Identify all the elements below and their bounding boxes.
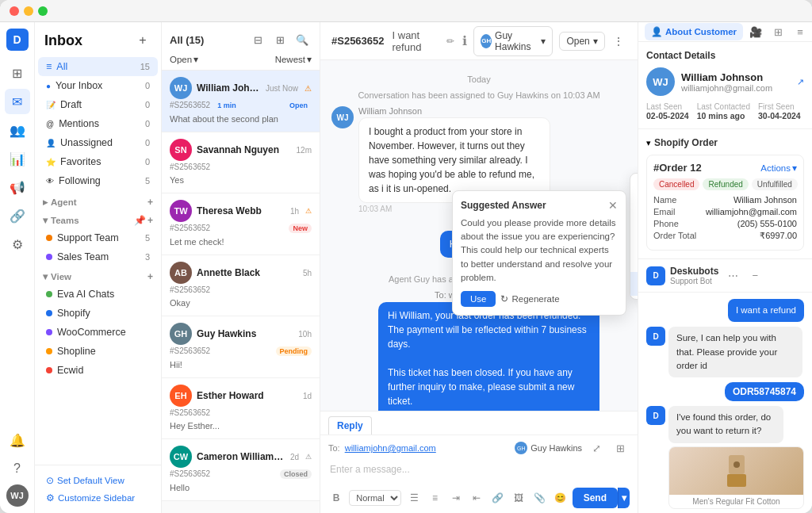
sidebar-item-your-inbox[interactable]: ● Your Inbox 0 [38,76,158,95]
info-icon[interactable]: ℹ [462,33,467,48]
reply-tab[interactable]: Reply [328,416,372,435]
maximize-dot[interactable] [38,6,48,16]
context-fix-grammar[interactable]: ⊙ Fix Grammar [630,224,638,248]
conv-list-header: All (15) ⊟ ⊞ 🔍 Open ▾ Newest ▾ [162,22,320,71]
list-ul-icon[interactable]: ☰ [406,489,422,507]
sidebar-item-all[interactable]: ≡ All 15 [38,57,158,76]
conv-list-view-btn[interactable]: ⊟ [248,30,267,49]
sidebar-item-following[interactable]: 👁 Following 5 [38,171,158,190]
tab-about-customer[interactable]: 👤 About Customer [645,23,743,40]
close-icon[interactable]: ✕ [608,199,618,212]
conv-item[interactable]: WJ William Johnson Just Now ⚠ #S2563652 … [162,71,320,132]
sidebar-item-eva-ai[interactable]: Eva AI Chats [38,285,158,304]
refresh-icon: ↻ [500,293,508,304]
nav-integrations-btn[interactable]: 🔗 [5,203,30,228]
teams-pin-icon[interactable]: 📌 [134,215,146,226]
context-make-longer[interactable]: ≡ Make Longer [630,201,638,224]
contact-external-link[interactable]: ↗ [797,77,804,87]
user-avatar[interactable]: WJ [6,484,29,507]
minimize-dot[interactable] [24,6,33,16]
teams-add-icon[interactable]: + [147,215,153,226]
sidebar-title: Inbox [44,33,82,49]
following-icon: 👁 [46,177,54,186]
conv-preview: Hello [170,483,190,492]
set-default-link[interactable]: ⊙ Set Default View [41,472,155,489]
nav-reports-btn[interactable]: 📊 [5,146,30,171]
nav-help-btn[interactable]: ? [5,456,30,481]
indent-icon[interactable]: ⇥ [448,489,464,507]
sidebar-item-favorites[interactable]: ⭐ Favorites 0 [38,152,158,171]
conv-name: Savannah Nguyen [197,144,292,155]
conv-list-search-btn[interactable]: 🔍 [293,30,312,49]
sidebar-item-count: 5 [145,176,150,186]
sidebar-item-woocommerce[interactable]: WooCommerce [38,323,158,342]
reply-to-email[interactable]: williamjohn@gmail.com [345,443,436,453]
conv-item[interactable]: CW Cameron Williamson 2d ⚠ #S2563652 Clo… [162,439,320,501]
assigned-agent-btn[interactable]: GH Guy Hawkins ▾ [473,26,553,56]
chevron-down-icon: ▾ [792,163,797,174]
sidebar-item-shopline[interactable]: Shopline [38,342,158,361]
conv-item[interactable]: TW Theresa Webb 1h ⚠ #S2563652 New Let m… [162,193,320,255]
conv-item[interactable]: SN Savannah Nguyen 12m #S2563652 Yes [162,132,320,193]
edit-icon[interactable]: ⊞ [611,438,630,457]
customize-sidebar-link[interactable]: ⚙ Customize Sidebar [41,489,155,507]
more-options-icon[interactable]: ⋮ [611,32,626,51]
context-formal-text[interactable]: T Formal Text [630,272,638,296]
bot-minimize-icon[interactable]: − [745,266,764,285]
reply-input[interactable]: Enter a message... [320,461,638,484]
emoji-icon[interactable]: 😊 [552,489,569,507]
product-label: Men's Regular Fit Cotton [669,495,803,508]
sidebar-add-btn[interactable]: + [134,32,151,49]
bold-btn[interactable]: B [328,489,344,507]
sidebar-item-label: Ecwid [57,365,150,376]
regenerate-btn[interactable]: ↻ Regenerate [500,293,559,304]
view-add-icon[interactable]: + [147,271,153,282]
conv-list-grid-btn[interactable]: ⊞ [270,30,289,49]
image-icon[interactable]: 🖼 [510,489,526,507]
conv-item[interactable]: AB Annette Black 5h #S2563652 Okay [162,255,320,316]
app-window: D ⊞ ✉ 👥 📊 📢 🔗 ⚙ 🔔 ? WJ Inbox + ≡ [0,0,812,513]
nav-inbox-btn[interactable]: ✉ [5,89,30,114]
outdent-icon[interactable]: ⇤ [469,489,485,507]
first-seen-meta: First Seen 30-04-2024 [758,102,801,121]
nav-home-btn[interactable]: ⊞ [5,60,30,86]
video-icon-btn[interactable]: 🎥 [746,22,765,41]
sidebar-item-mentions[interactable]: @ Mentions 0 [38,114,158,133]
actions-btn[interactable]: Actions ▾ [760,163,797,174]
status-btn[interactable]: Open ▾ [559,32,604,51]
conversation-items: WJ William Johnson Just Now ⚠ #S2563652 … [162,71,320,513]
list-icon-btn[interactable]: ≡ [791,22,810,41]
grid-icon-btn[interactable]: ⊞ [768,22,787,41]
expand-icon[interactable]: ⤢ [587,438,606,457]
context-friendly-text[interactable]: T Friendly Text [630,248,638,272]
link-icon[interactable]: 🔗 [489,489,505,507]
sidebar-item-draft[interactable]: 📝 Draft 0 [38,95,158,114]
nav-settings-btn[interactable]: ⚙ [5,232,30,257]
list-ol-icon[interactable]: ≡ [427,489,442,507]
sidebar-item-ecwid[interactable]: Ecwid [38,361,158,380]
nav-contacts-btn[interactable]: 👥 [5,117,30,143]
use-btn[interactable]: Use [461,291,496,307]
conv-filter-newest[interactable]: Newest ▾ [275,54,312,65]
conv-item[interactable]: EH Esther Howard 1d #S2563652 Hey Esther… [162,378,320,439]
sidebar-item-sales-team[interactable]: Sales Team 3 [38,247,158,266]
edit-icon[interactable]: ✏ [446,36,454,47]
send-button[interactable]: Send [573,488,618,508]
send-dropdown-btn[interactable]: ▾ [618,488,630,508]
close-dot[interactable] [10,6,19,16]
conv-item[interactable]: GH Guy Hawkins 10h #S2563652 Pending Hii… [162,316,320,378]
mentions-icon: @ [46,120,54,128]
sidebar-item-support-team[interactable]: Support Team 5 [38,228,158,247]
teams-section-header: ▾ Teams 📌 + [35,210,161,228]
agent-add-icon[interactable]: + [147,197,153,208]
sidebar-item-shopify[interactable]: Shopify [38,304,158,323]
nav-campaigns-btn[interactable]: 📢 [5,174,30,200]
bot-more-icon[interactable]: ⋯ [723,266,742,285]
conv-filter-open[interactable]: Open ▾ [170,54,198,65]
format-select[interactable]: Normal [349,490,401,506]
sidebar-item-unassigned[interactable]: 👤 Unassigned 0 [38,133,158,152]
nav-notifications-btn[interactable]: 🔔 [5,427,30,453]
context-make-shorter[interactable]: ≡ Make Shorter [630,177,638,201]
attachment-icon[interactable]: 📎 [531,489,549,507]
filter-open-label: Open [170,55,192,64]
